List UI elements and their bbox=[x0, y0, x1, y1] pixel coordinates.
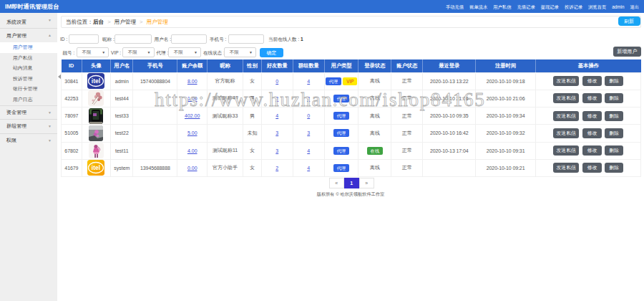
svg-text:itel: itel bbox=[92, 77, 100, 85]
svg-text:itel: itel bbox=[92, 164, 100, 171]
